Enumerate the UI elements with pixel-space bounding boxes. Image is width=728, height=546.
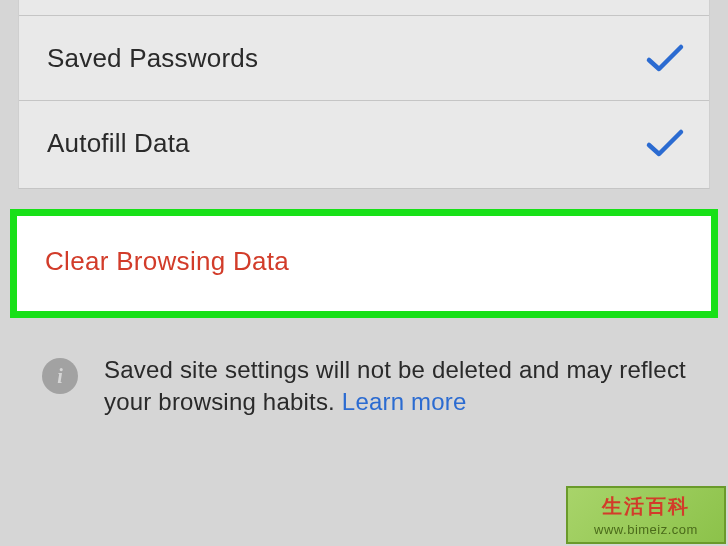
partial-row-divider [19, 0, 709, 16]
settings-card: Saved Passwords Autofill Data [18, 0, 710, 185]
card-bottom-edge [18, 185, 710, 189]
autofill-data-label: Autofill Data [47, 128, 190, 159]
info-section: i Saved site settings will not be delete… [0, 326, 728, 419]
info-text: Saved site settings will not be deleted … [104, 354, 696, 419]
watermark-badge: 生活百科 www.bimeiz.com [566, 486, 726, 544]
watermark-url: www.bimeiz.com [594, 522, 698, 537]
watermark-title: 生活百科 [602, 493, 690, 520]
saved-passwords-label: Saved Passwords [47, 43, 258, 74]
clear-browsing-data-button[interactable]: Clear Browsing Data [10, 209, 718, 318]
autofill-data-row[interactable]: Autofill Data [19, 101, 709, 185]
info-icon: i [42, 358, 78, 394]
saved-passwords-row[interactable]: Saved Passwords [19, 16, 709, 101]
check-icon [645, 42, 685, 74]
check-icon [645, 127, 685, 159]
clear-browsing-data-label: Clear Browsing Data [45, 246, 289, 276]
learn-more-link[interactable]: Learn more [342, 388, 467, 415]
